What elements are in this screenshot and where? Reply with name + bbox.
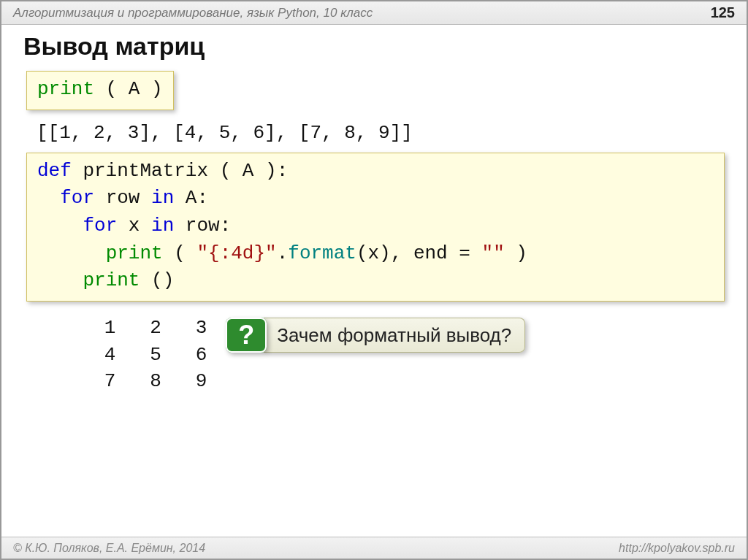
- question-mark-icon: ?: [226, 318, 267, 353]
- code-box-print-a: print ( A ): [26, 71, 174, 110]
- raw-output: [[1, 2, 3], [4, 5, 6], [7, 8, 9]]: [37, 122, 729, 144]
- matrix-row: 1 2 3 4 5 6 7 8 9 ? Зачем форматный выво…: [26, 315, 729, 394]
- footer-copyright: © К.Ю. Поляков, Е.А. Ерёмин, 2014: [13, 542, 205, 555]
- page-number: 125: [711, 4, 735, 21]
- header-bar: Алгоритмизация и программирование, язык …: [1, 1, 747, 25]
- code-box-printmatrix: def printMatrix ( A ): for row in A: for…: [26, 153, 725, 302]
- page-title: Вывод матриц: [23, 32, 729, 61]
- footer-bar: © К.Ю. Поляков, Е.А. Ерёмин, 2014 http:/…: [1, 537, 747, 559]
- question-text: Зачем форматный вывод?: [264, 318, 525, 353]
- question-pill: ? Зачем форматный вывод?: [226, 318, 525, 353]
- formatted-matrix-output: 1 2 3 4 5 6 7 8 9: [70, 315, 207, 394]
- slide-content: Вывод матриц print ( A ) [[1, 2, 3], [4,…: [1, 25, 747, 394]
- footer-url: http://kpolyakov.spb.ru: [619, 542, 735, 555]
- breadcrumb: Алгоритмизация и программирование, язык …: [13, 6, 373, 20]
